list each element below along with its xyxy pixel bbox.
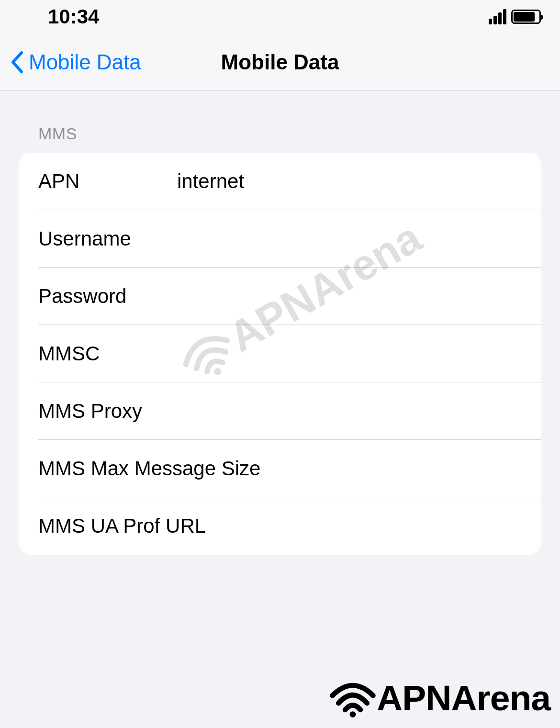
navigation-bar: Mobile Data Mobile Data — [0, 34, 560, 91]
content: MMS APN Username Password MMSC MMS Proxy… — [0, 91, 560, 555]
apn-input[interactable] — [177, 165, 541, 198]
battery-icon — [511, 10, 541, 24]
mms-proxy-row[interactable]: MMS Proxy — [19, 382, 541, 440]
back-label: Mobile Data — [29, 50, 141, 74]
svg-point-1 — [350, 711, 356, 717]
password-label: Password — [38, 285, 177, 308]
chevron-left-icon — [10, 51, 24, 74]
mms-max-size-row[interactable]: MMS Max Message Size — [19, 440, 541, 497]
username-input[interactable] — [177, 223, 541, 255]
mms-proxy-input[interactable] — [177, 395, 541, 427]
apn-label: APN — [38, 170, 177, 193]
wifi-icon — [326, 678, 379, 718]
username-row[interactable]: Username — [19, 210, 541, 268]
mms-ua-prof-row[interactable]: MMS UA Prof URL — [19, 497, 541, 555]
watermark-bottom: APNArena — [326, 677, 550, 718]
username-label: Username — [38, 227, 177, 250]
mms-max-size-label: MMS Max Message Size — [38, 457, 541, 480]
status-time: 10:34 — [48, 5, 99, 28]
status-indicators — [489, 9, 541, 24]
watermark-bottom-text: APNArena — [377, 677, 550, 718]
apn-row[interactable]: APN — [19, 153, 541, 210]
mms-proxy-label: MMS Proxy — [38, 400, 177, 423]
mms-ua-prof-label: MMS UA Prof URL — [38, 515, 541, 538]
mmsc-label: MMSC — [38, 342, 177, 365]
password-input[interactable] — [177, 280, 541, 313]
status-bar: 10:34 — [0, 0, 560, 34]
section-header-mms: MMS — [19, 124, 541, 153]
password-row[interactable]: Password — [19, 268, 541, 325]
mms-settings-group: APN Username Password MMSC MMS Proxy MMS… — [19, 153, 541, 555]
back-button[interactable]: Mobile Data — [10, 50, 141, 74]
signal-icon — [489, 9, 506, 24]
mmsc-row[interactable]: MMSC — [19, 325, 541, 382]
mmsc-input[interactable] — [177, 337, 541, 370]
